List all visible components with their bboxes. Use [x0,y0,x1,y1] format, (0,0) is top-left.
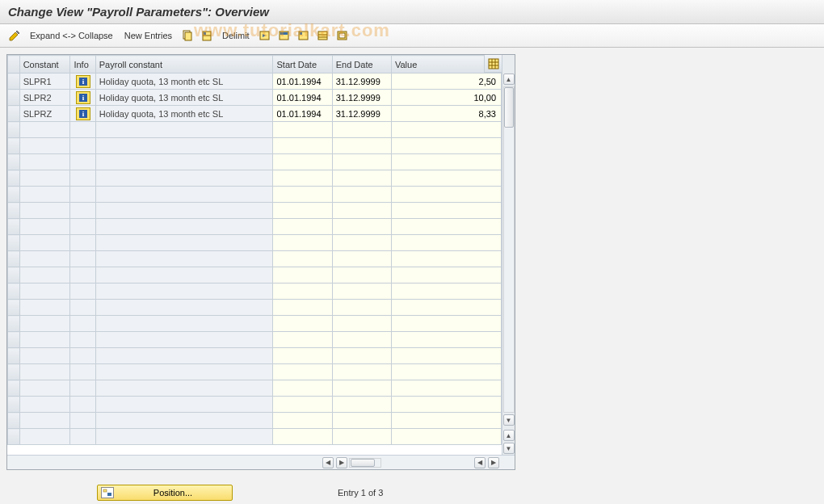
cell-start-date[interactable] [273,154,332,170]
hscroll-left-icon[interactable]: ◀ [322,457,334,468]
cell-end-date[interactable] [332,316,391,332]
table-row-empty[interactable] [8,348,502,364]
cell-value[interactable] [391,300,501,316]
info-icon[interactable]: i [76,107,90,120]
cell-start-date[interactable] [273,251,332,267]
cell-end-date[interactable] [332,170,391,187]
info-icon[interactable]: i [76,75,90,88]
row-selector[interactable] [8,429,20,445]
cell-end-date[interactable] [332,413,391,429]
cell-end-date[interactable] [332,397,391,413]
cell-start-date[interactable] [273,235,332,251]
cell-value[interactable] [391,348,501,364]
cell-info[interactable]: i [70,74,95,90]
table-row-empty[interactable] [8,316,502,332]
table-row-empty[interactable] [8,219,502,235]
deselect-all-icon[interactable] [296,28,311,43]
select-all-icon[interactable] [277,28,292,43]
cell-value[interactable] [391,429,501,445]
row-selector[interactable] [8,106,20,122]
cell-value[interactable] [391,316,501,332]
cell-start-date[interactable] [273,332,332,348]
copy-icon[interactable] [180,28,195,43]
table-row-empty[interactable] [8,397,502,413]
table-row-empty[interactable] [8,413,502,429]
cell-start-date[interactable] [273,348,332,364]
row-selector[interactable] [8,219,20,235]
hscroll-thumb[interactable] [351,459,375,467]
expand-collapse-button[interactable]: Expand <-> Collapse [26,29,117,42]
cell-value[interactable]: 2,50 [391,74,501,90]
cell-value[interactable] [391,187,501,203]
cell-value[interactable]: 8,33 [391,106,501,122]
cell-end-date[interactable] [332,348,391,364]
col-constant[interactable]: Constant [19,56,70,74]
cell-end-date[interactable]: 31.12.9999 [332,90,391,106]
hscroll-right2-icon[interactable]: ▶ [488,457,499,468]
cell-start-date[interactable] [273,219,332,235]
cell-start-date[interactable]: 01.01.1994 [273,106,332,122]
select-all-corner[interactable] [8,56,20,74]
cell-start-date[interactable] [273,267,332,284]
row-selector[interactable] [8,364,20,380]
cell-end-date[interactable] [332,284,391,300]
row-selector[interactable] [8,203,20,219]
scroll-up-icon[interactable]: ▲ [503,74,515,85]
row-selector[interactable] [8,90,20,106]
cell-value[interactable] [391,332,501,348]
table-config-icon[interactable] [484,55,502,73]
cell-value[interactable] [391,154,501,170]
cell-end-date[interactable] [332,219,391,235]
cell-end-date[interactable] [332,300,391,316]
cell-value[interactable] [391,364,501,380]
col-payroll-constant[interactable]: Payroll constant [95,56,273,74]
scroll-track-vertical[interactable] [503,86,515,413]
row-selector[interactable] [8,138,20,154]
scroll-thumb-vertical[interactable] [504,87,514,128]
edit-icon[interactable] [7,28,22,43]
table-row-empty[interactable] [8,203,502,219]
cell-start-date[interactable] [273,170,332,187]
new-entries-button[interactable]: New Entries [120,29,176,42]
cell-value[interactable]: 10,00 [391,90,501,106]
table-row[interactable]: SLPR1iHoliday quota, 13 month etc SL01.0… [8,74,502,90]
cell-start-date[interactable] [273,413,332,429]
position-button[interactable]: Position... [97,485,233,501]
cell-end-date[interactable] [332,332,391,348]
scroll-bottom-icon[interactable]: ▼ [503,443,515,454]
cell-value[interactable] [391,122,501,138]
cell-start-date[interactable] [273,122,332,138]
cell-start-date[interactable] [273,397,332,413]
cell-value[interactable] [391,251,501,267]
cell-end-date[interactable] [332,187,391,203]
row-selector[interactable] [8,300,20,316]
configure-icon[interactable] [316,28,330,43]
cell-start-date[interactable] [273,316,332,332]
cell-value[interactable] [391,380,501,397]
table-row-empty[interactable] [8,364,502,380]
table-row-empty[interactable] [8,170,502,187]
scroll-top-icon[interactable]: ▲ [503,430,515,441]
cell-end-date[interactable] [332,235,391,251]
cell-end-date[interactable] [332,251,391,267]
cell-start-date[interactable] [273,284,332,300]
table-row[interactable]: SLPR2iHoliday quota, 13 month etc SL01.0… [8,90,502,106]
col-info[interactable]: Info [70,56,95,74]
cell-start-date[interactable] [273,364,332,380]
info-icon[interactable]: i [76,91,90,104]
row-selector[interactable] [8,251,20,267]
cell-start-date[interactable] [273,203,332,219]
table-row-empty[interactable] [8,332,502,348]
cell-start-date[interactable] [273,138,332,154]
cell-value[interactable] [391,138,501,154]
row-selector[interactable] [8,74,20,90]
delete-icon[interactable] [200,28,214,43]
table-row-empty[interactable] [8,251,502,267]
row-selector[interactable] [8,187,20,203]
cell-value[interactable] [391,397,501,413]
table-row[interactable]: SLPRZiHoliday quota, 13 month etc SL01.0… [8,106,502,122]
hscroll-right-icon[interactable]: ▶ [336,457,347,468]
table-row-empty[interactable] [8,429,502,445]
cell-start-date[interactable]: 01.01.1994 [273,74,332,90]
col-start-date[interactable]: Start Date [273,56,332,74]
